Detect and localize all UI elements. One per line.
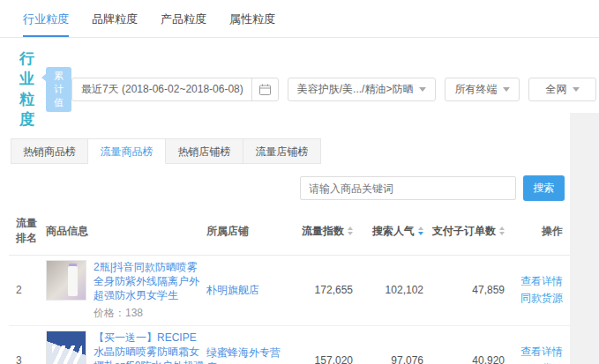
shop-link[interactable]: 绿蜜蜂海外专营店 [206,345,284,364]
chevron-down-icon [503,87,510,92]
same-source-link[interactable]: 同款货源 [505,290,563,307]
nav-item-brand[interactable]: 品牌粒度 [92,11,138,37]
col-header-traffic-index[interactable]: 流量指数 [288,224,353,239]
nav-item-attribute[interactable]: 属性粒度 [229,11,275,37]
col-header-search-label: 搜索人气 [372,224,415,239]
col-header-shop: 所属店铺 [206,224,288,239]
traffic-index-value: 157,020 [288,354,353,364]
category-dropdown-label: 美容护肤/美.../精油>防晒 [297,82,414,97]
search-row: 搜索 [0,164,599,211]
table-row: 3 【买一送一】RECIPE水晶防晒喷雾防晒霜女娜扎spf50防水户外超强 价格… [9,326,599,364]
search-button[interactable]: 搜索 [523,175,565,201]
table-row: 2 2瓶|抖音同款防晒喷雾全身防紫外线隔离户外超强防水男女学生 价格：138 朴… [9,256,599,326]
product-title-link[interactable]: 【买一送一】RECIPE水晶防晒喷雾防晒霜女娜扎spf50防水户外超强 [94,331,206,364]
network-dropdown-label: 全网 [545,82,566,97]
shop-link[interactable]: 朴明旗舰店 [206,283,259,298]
category-dropdown[interactable]: 美容护肤/美.../精油>防晒 [288,78,437,101]
nav-item-product[interactable]: 产品粒度 [161,11,206,37]
col-header-orders-label: 支付子订单数 [432,224,496,239]
product-title-link[interactable]: 2瓶|抖音同款防晒喷雾全身防紫外线隔离户外超强防水男女学生 [94,260,206,303]
col-header-rank: 流量排名 [9,216,46,246]
rank-cell: 3 [9,354,46,364]
col-header-paid-suborders[interactable]: 支付子订单数 [423,224,505,239]
traffic-product-table: 流量排名 商品信息 所属店铺 流量指数 搜索人气 支付子订单数 操作 2 2瓶|… [0,211,599,364]
page-background-strip [570,113,599,364]
ranking-tabs: 热销商品榜 流量商品榜 热销店铺榜 流量店铺榜 [0,138,599,164]
col-header-product: 商品信息 [46,224,206,239]
date-range-label: 最近7天 (2018-06-02~2018-06-08) [81,82,243,97]
product-thumbnail[interactable] [46,331,86,364]
col-header-traffic-label: 流量指数 [302,224,344,239]
chevron-down-icon [573,87,580,92]
paid-suborders-value: 40,920 [423,354,505,364]
rank-cell: 2 [9,284,46,296]
search-popularity-value: 97,076 [353,354,423,364]
view-details-link[interactable]: 查看详情 [505,273,563,290]
page-title: 行业粒度 [19,48,35,130]
filter-bar: 最近7天 (2018-06-02~2018-06-08) 美容护肤/美.../精… [71,78,596,101]
product-cell: 【买一送一】RECIPE水晶防晒喷雾防晒霜女娜扎spf50防水户外超强 价格：3… [46,331,206,364]
product-thumbnail[interactable] [46,260,86,301]
traffic-index-value: 172,655 [288,284,353,296]
tab-traffic-products[interactable]: 流量商品榜 [88,138,166,164]
tab-traffic-shops[interactable]: 流量店铺榜 [243,138,321,164]
col-header-actions: 操作 [505,224,566,239]
top-nav: 行业粒度 品牌粒度 产品粒度 属性粒度 [0,0,599,38]
product-price: 价格：138 [94,306,206,321]
tab-hot-products[interactable]: 热销商品榜 [11,138,88,164]
terminal-dropdown[interactable]: 所有终端 [445,78,520,101]
cumulative-badge: 累计值 [46,67,71,112]
network-dropdown[interactable]: 全网 [528,78,596,101]
nav-item-industry[interactable]: 行业粒度 [23,11,69,37]
product-cell: 2瓶|抖音同款防晒喷雾全身防紫外线隔离户外超强防水男女学生 价格：138 [46,260,206,321]
tab-hot-shops[interactable]: 热销店铺榜 [166,138,243,164]
same-source-link[interactable]: 同款货源 [505,360,563,364]
calendar-icon[interactable] [251,78,278,101]
header-row: 行业粒度 累计值 最近7天 (2018-06-02~2018-06-08) 美容… [0,38,599,138]
search-input[interactable] [300,176,516,200]
chevron-down-icon [419,87,426,92]
col-header-search-popularity[interactable]: 搜索人气 [353,224,423,239]
table-header-row: 流量排名 商品信息 所属店铺 流量指数 搜索人气 支付子订单数 操作 [9,211,599,256]
terminal-dropdown-label: 所有终端 [454,82,497,97]
view-details-link[interactable]: 查看详情 [505,344,563,360]
paid-suborders-value: 47,859 [423,284,505,296]
search-popularity-value: 102,102 [353,284,423,296]
date-range-picker[interactable]: 最近7天 (2018-06-02~2018-06-08) [71,78,279,101]
